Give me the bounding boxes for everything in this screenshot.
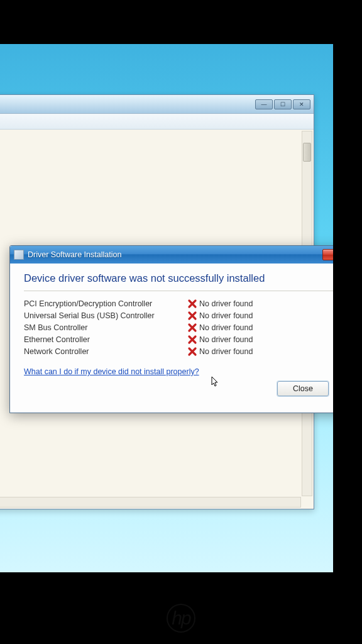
driver-install-dialog: Driver Software Installation ✕ Device dr… [9,245,333,413]
dialog-title-icon [14,250,24,260]
device-name: Universal Serial Bus (USB) Controller [24,311,187,320]
device-status: No driver found [199,335,253,344]
bg-window-toolbar [0,114,314,130]
close-button[interactable]: Close [277,381,329,396]
device-row: Network Controller No driver found [24,345,333,357]
device-name: PCI Encryption/Decryption Controller [24,299,187,308]
device-row: Universal Serial Bus (USB) Controller No… [24,309,333,321]
scrollbar-thumb[interactable] [303,143,311,162]
bg-close-button[interactable]: ✕ [293,99,310,109]
bg-window-titlebar: — ☐ ✕ [0,95,314,114]
hp-logo-icon: hp [167,604,195,633]
help-link-text: What can I do if my device did not insta… [24,367,199,376]
close-button-label: Close [293,384,313,393]
device-row: SM Bus Controller No driver found [24,321,333,333]
device-status: No driver found [199,347,253,356]
fail-x-icon [187,311,197,321]
help-link[interactable]: What can I do if my device did not insta… [24,367,199,376]
device-name: Ethernet Controller [24,335,187,344]
maximize-button[interactable]: ☐ [274,99,292,109]
device-name: Network Controller [24,347,187,356]
device-status: No driver found [199,311,253,320]
fail-x-icon [187,323,197,333]
minimize-button[interactable]: — [255,99,273,109]
dialog-body: Device driver software was not successfu… [10,264,333,413]
fail-x-icon [187,347,197,357]
dialog-footer: Close [24,376,333,404]
desktop-screen: — ☐ ✕ Driver Software Installation ✕ Dev… [0,44,333,572]
horizontal-scrollbar[interactable] [0,497,301,508]
divider [24,291,333,291]
fail-x-icon [187,335,197,345]
device-name: SM Bus Controller [24,323,187,332]
device-row: Ethernet Controller No driver found [24,333,333,345]
dialog-heading: Device driver software was not successfu… [24,272,333,284]
close-icon-button[interactable]: ✕ [322,249,333,260]
dialog-title: Driver Software Installation [28,250,322,259]
device-status: No driver found [199,323,253,332]
device-status: No driver found [199,299,253,308]
device-row: PCI Encryption/Decryption Controller No … [24,297,333,309]
fail-x-icon [187,299,197,309]
close-x-icon: ✕ [333,251,334,259]
dialog-titlebar[interactable]: Driver Software Installation ✕ [10,246,333,264]
